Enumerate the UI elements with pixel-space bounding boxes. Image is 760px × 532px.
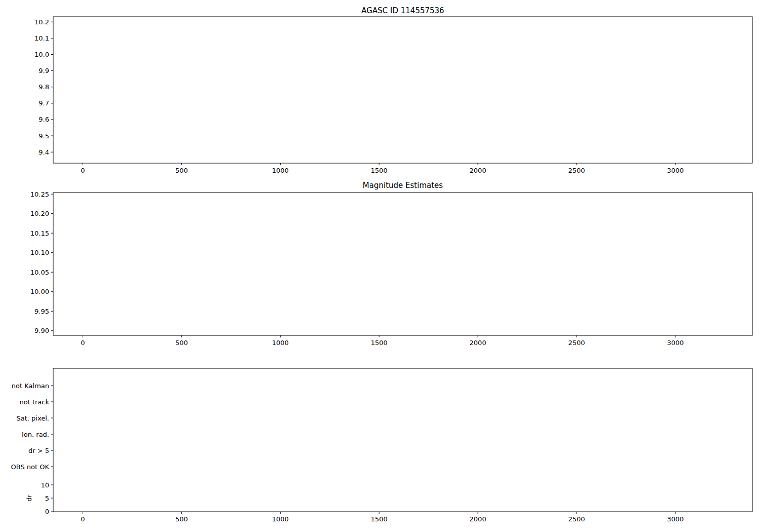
flag-row-label: not track [19,398,49,406]
x-tick-label: 0 [81,167,85,174]
top-plot-area [53,17,752,163]
flag-row-label: OBS not OK [11,463,50,471]
bottom-plot-area [53,368,752,512]
y-tick-label: 10.20 [30,210,49,217]
flag-row-label: not Kalman [12,382,49,390]
x-tick-label: 3000 [667,515,683,523]
x-tick-label: 2500 [568,167,585,174]
dr-tick-label: 0 [45,508,49,515]
figure-canvas: 607976079680379.49.59.69.79.89.910.010.1… [0,0,760,532]
x-tick-label: 2500 [568,339,585,347]
y-tick-label: 10.2 [34,18,49,26]
y-tick-label: 9.8 [39,83,49,91]
x-tick-label: 0 [81,339,85,347]
x-tick-label: 1500 [371,167,388,174]
x-tick-label: 1000 [272,167,289,174]
x-tick-label: 2000 [470,167,486,174]
y-tick-label: 10.25 [30,191,49,198]
x-tick-label: 500 [175,167,188,174]
x-tick-label: 0 [81,515,85,523]
flag-row-label: Sat. pixel. [17,414,49,422]
y-tick-label: 10.05 [30,269,49,276]
x-tick-label: 1000 [272,339,289,347]
dr-tick-label: 5 [45,495,49,502]
middle-plot-area [53,193,752,335]
y-tick-label: 9.95 [34,308,49,315]
x-tick-label: 1500 [371,339,388,347]
flag-row-label: Ion. rad. [22,431,49,438]
x-tick-label: 3000 [667,167,683,174]
x-tick-label: 1000 [272,515,289,523]
x-tick-label: 2000 [470,339,486,347]
dr-tick-label: 10 [41,481,49,489]
x-tick-label: 3000 [667,339,683,347]
flag-row-label: dr > 5 [28,447,49,454]
y-tick-label: 10.10 [30,249,49,256]
x-tick-label: 2500 [568,515,585,523]
y-tick-label: 9.9 [39,67,49,74]
y-tick-label: 9.4 [39,148,49,156]
y-tick-label: 9.90 [34,327,49,334]
y-tick-label: 9.5 [39,132,49,140]
x-tick-label: 500 [175,515,188,523]
x-tick-label: 500 [175,339,188,347]
x-tick-label: 2000 [470,515,486,523]
y-tick-label: 9.7 [39,99,49,107]
y-tick-label: 10.0 [34,51,49,58]
x-tick-label: 1500 [371,515,388,523]
y-tick-label: 10.1 [34,34,49,42]
y-tick-label: 9.6 [39,116,49,123]
figure: AGASC ID 114557536 Magnitude Estimates 6… [0,0,760,532]
dr-axis-label: dr [25,495,33,502]
y-tick-label: 10.15 [30,230,49,237]
y-tick-label: 10.00 [30,288,49,295]
